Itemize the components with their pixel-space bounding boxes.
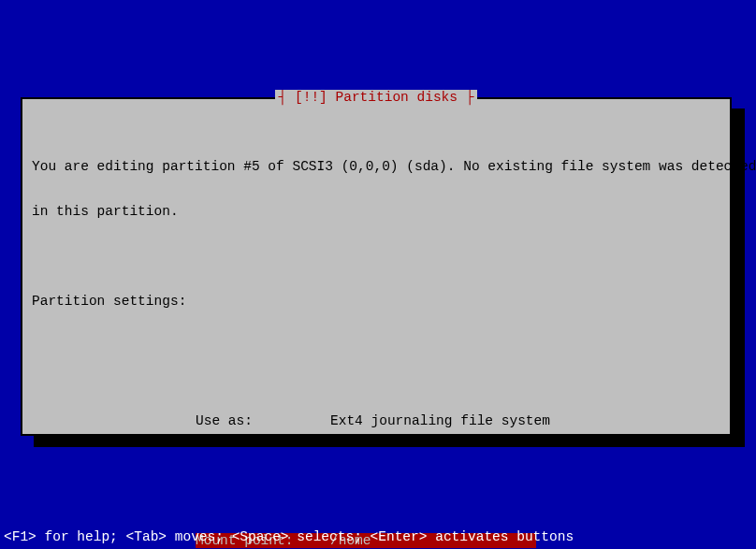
dialog-title-wrap: ┤ [!!] Partition disks ├ bbox=[22, 90, 730, 105]
setting-label: Use as: bbox=[196, 413, 330, 428]
setting-use-as[interactable]: Use as: Ext4 journaling file system bbox=[32, 413, 720, 428]
partition-dialog: ┤ [!!] Partition disks ├ You are editing… bbox=[21, 97, 732, 436]
intro-line-1: You are editing partition #5 of SCSI3 (0… bbox=[32, 159, 720, 174]
blank bbox=[32, 249, 720, 264]
blank bbox=[32, 339, 720, 354]
help-footer: <F1> for help; <Tab> moves; <Space> sele… bbox=[0, 529, 756, 544]
intro-line-2: in this partition. bbox=[32, 204, 720, 219]
settings-header: Partition settings: bbox=[32, 294, 720, 309]
dialog-content: You are editing partition #5 of SCSI3 (0… bbox=[32, 107, 720, 549]
blank bbox=[32, 458, 720, 473]
setting-value: Ext4 journaling file system bbox=[330, 413, 550, 428]
dialog-title: ┤ [!!] Partition disks ├ bbox=[275, 90, 478, 105]
